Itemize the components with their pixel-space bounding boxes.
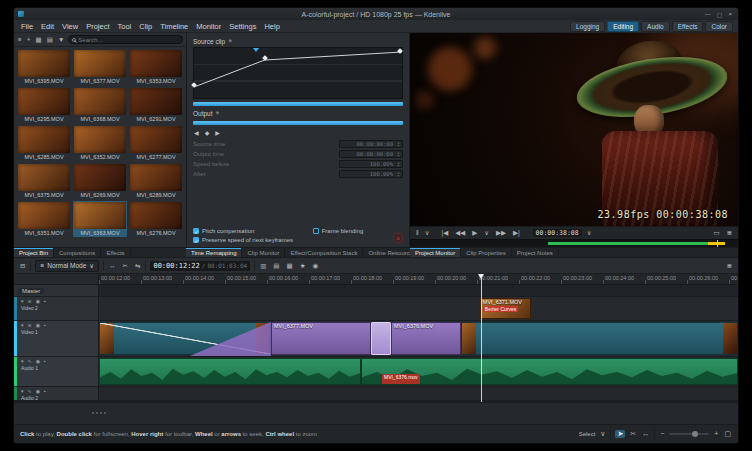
workspace-button[interactable]: Editing [607, 21, 639, 32]
lane-video-2[interactable]: MVI_6371.MOV Bezier Curves [99, 297, 738, 321]
zone-start-icon[interactable]: |◀ [440, 229, 449, 237]
track-lock-icon[interactable]: ▪ [44, 322, 46, 328]
source-zone-bar[interactable] [193, 102, 403, 106]
monitor-zone-bar[interactable] [410, 239, 738, 247]
bin-clip[interactable]: MVI_6276.MOV [129, 201, 183, 237]
dock-tab[interactable]: Project Monitor [410, 248, 461, 257]
timeline-ruler[interactable]: 00:00:12:0000:00:13:0000:00:14:0000:00:1… [99, 274, 738, 285]
monitor-menu-icon[interactable]: ≣ [726, 229, 733, 237]
dock-tab[interactable]: Online Resources [363, 248, 410, 257]
remap-keyframe-graph[interactable] [193, 47, 403, 99]
spinbox[interactable]: 100.00% ▴▾ [339, 160, 403, 168]
bin-clip[interactable]: MVI_6368.MOV [73, 87, 127, 123]
bin-clip[interactable]: MVI_6277.MOV [129, 125, 183, 161]
play-icon[interactable]: ▶ [471, 229, 478, 237]
close-button[interactable]: × [728, 11, 732, 18]
rewind-icon[interactable]: ◀◀ [454, 229, 466, 237]
spinbox[interactable]: 100.00% ▴▾ [339, 170, 403, 178]
mix-clips-icon[interactable]: ▥ [259, 262, 267, 270]
insert-zone-icon[interactable]: ▤ [272, 262, 280, 270]
menu-item[interactable]: Timeline [156, 21, 192, 32]
lane-audio-1[interactable]: MVI_6376.mov Fade out [99, 357, 738, 387]
timeline-clip[interactable] [99, 358, 361, 385]
checkbox-icon[interactable] [193, 237, 199, 243]
dock-tab[interactable]: Project Notes [512, 248, 559, 257]
option-checkbox[interactable]: Pitch compensation [193, 228, 313, 234]
workspace-button[interactable]: Effects [672, 21, 704, 32]
spinbox-arrows-icon[interactable]: ▴▾ [395, 141, 402, 147]
timeline-clip[interactable] [371, 322, 391, 355]
dock-tab[interactable]: Time Remapping [186, 248, 242, 257]
track-effects-icon[interactable]: ≋ [28, 298, 32, 304]
spinbox-arrows-icon[interactable]: ▴▾ [395, 151, 402, 157]
bin-clip[interactable]: MVI_6352.MOV [73, 125, 127, 161]
monitor-playhead[interactable] [717, 240, 718, 247]
spinbox[interactable]: 00:00:00:00 ▴▾ [339, 140, 403, 148]
bin-clip[interactable]: MVI_6375.MOV [17, 163, 71, 199]
track-header[interactable]: ▾ ≋ ◉ ▪ Video 1 [14, 321, 99, 357]
bin-clip[interactable]: MVI_6291.MOV [129, 87, 183, 123]
bin-clip[interactable]: MVI_6395.MOV [17, 49, 71, 85]
menu-item[interactable]: Project [82, 21, 113, 32]
razor-tool-icon[interactable]: ✂ [629, 430, 637, 438]
bin-clip[interactable]: MVI_6269.MOV [73, 163, 127, 199]
dock-tab[interactable]: Effect/Composition Stack [285, 248, 363, 257]
track-header[interactable]: ▾ ∿ ◉ ▪ Audio 2 [14, 387, 99, 401]
filter-icon[interactable]: ▼ [57, 36, 65, 44]
remove-keyframes-button[interactable]: × [393, 233, 403, 243]
select-tool-icon[interactable]: ➤ [615, 430, 625, 438]
track-lock-icon[interactable]: ▪ [44, 388, 46, 394]
timecode-caret-icon[interactable]: ∨ [586, 229, 593, 237]
play-caret-icon[interactable]: ∨ [483, 229, 490, 237]
lane-video-1[interactable]: MVI_6377.MOV MVI_6376.MOV [99, 321, 738, 357]
dock-tab[interactable]: Compositions [54, 248, 101, 257]
spinbox[interactable]: 00:00:00:00 ▴▾ [339, 150, 403, 158]
track-hide-icon[interactable]: ◉ [36, 388, 40, 394]
monitor-caret-icon[interactable]: ∨ [424, 229, 431, 237]
bin-clip[interactable]: MVI_6289.MOV [129, 163, 183, 199]
dock-tab[interactable]: Clip Monitor [242, 248, 285, 257]
bin-clip[interactable]: MVI_6351.MOV [17, 201, 71, 237]
menu-item[interactable]: Tool [114, 21, 136, 32]
next-keyframe-icon[interactable]: ▶ [214, 129, 221, 137]
collapse-icon[interactable]: ▾ [21, 388, 24, 394]
menu-item[interactable]: Edit [37, 21, 58, 32]
spinbox-arrows-icon[interactable]: ▴▾ [395, 161, 402, 167]
collapse-icon[interactable]: ▾ [21, 322, 24, 328]
record-audio-icon[interactable]: ◉ [311, 262, 319, 270]
menu-item[interactable]: View [58, 21, 82, 32]
timeline-clip[interactable]: MVI_6376.MOV [391, 322, 461, 355]
maximize-button[interactable]: ▢ [717, 11, 723, 18]
bin-menu-icon[interactable]: ≡ [17, 36, 23, 44]
resize-grip[interactable] [92, 412, 94, 414]
checkbox-icon[interactable] [193, 228, 199, 234]
monitor-timecode[interactable]: 00:00:38:08 [533, 229, 582, 237]
bin-clip[interactable]: MVI_6285.MOV [17, 125, 71, 161]
graph-playhead-marker[interactable] [253, 48, 259, 52]
zone-icon[interactable]: ▭ [712, 229, 720, 237]
master-track-button[interactable]: Master [14, 285, 99, 297]
dock-tab[interactable]: Project Bin [14, 248, 54, 257]
minimize-button[interactable]: — [705, 11, 711, 18]
chevron-down-icon[interactable]: ∨ [599, 430, 606, 438]
track-effects-icon[interactable]: ∿ [28, 358, 32, 364]
edit-mode-dropdown[interactable]: ≡ Normal Mode ∨ [35, 260, 99, 272]
track-lock-icon[interactable]: ▪ [44, 358, 46, 364]
menu-item[interactable]: Help [260, 21, 283, 32]
track-header[interactable]: ▾ ≋ ◉ ▪ Video 2 [14, 297, 99, 321]
bin-clip[interactable]: MVI_6363.MOV [73, 201, 127, 237]
spinbox-arrows-icon[interactable]: ▴▾ [395, 171, 402, 177]
razor-tool-icon[interactable]: ✂ [122, 262, 129, 270]
zone-end-icon[interactable]: ▶| [512, 229, 521, 237]
zoom-out-icon[interactable]: − [659, 430, 665, 438]
view-mode-icon[interactable]: ▦ [35, 36, 43, 44]
spacer-tool-icon[interactable]: ↔ [108, 262, 117, 270]
sort-icon[interactable]: ▤ [46, 36, 54, 44]
timeline-clip[interactable]: MVI_6377.MOV [271, 322, 371, 355]
option-checkbox[interactable]: Preserve speed of next keyframes [193, 237, 313, 243]
collapse-icon[interactable]: ▾ [21, 298, 24, 304]
menu-item[interactable]: Monitor [192, 21, 225, 32]
zoom-slider[interactable] [669, 433, 709, 435]
checkbox-icon[interactable] [313, 228, 319, 234]
extract-zone-icon[interactable]: ▦ [285, 262, 293, 270]
